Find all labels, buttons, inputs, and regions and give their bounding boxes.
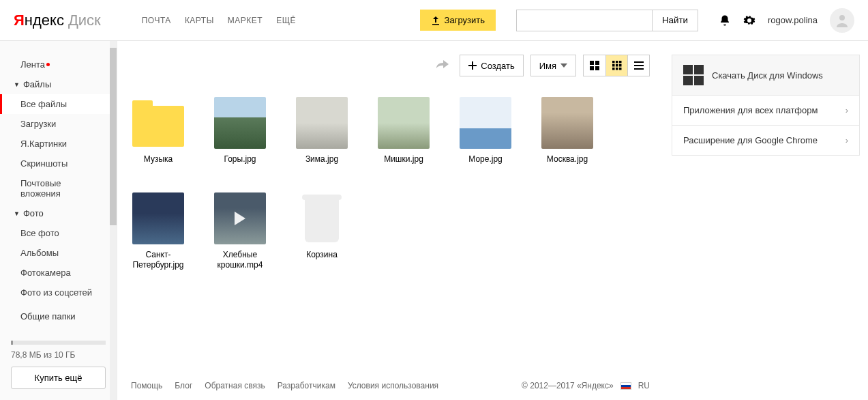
file-thumbnail bbox=[378, 97, 430, 149]
storage-bar bbox=[11, 341, 106, 345]
storage-text: 78,8 МБ из 10 ГБ bbox=[11, 350, 106, 360]
file-thumbnail bbox=[214, 97, 266, 149]
file-label: Музыка bbox=[131, 154, 185, 165]
chrome-extension-card[interactable]: Расширение для Google Chrome › bbox=[672, 125, 860, 156]
flag-ru-icon bbox=[620, 382, 631, 390]
file-item[interactable]: Хлебные крошки.mp4 bbox=[213, 192, 267, 271]
footer-lang[interactable]: RU bbox=[638, 381, 650, 390]
folder-icon bbox=[132, 97, 184, 149]
svg-rect-1 bbox=[590, 61, 594, 65]
sidebar-feed[interactable]: Лента bbox=[0, 55, 117, 74]
file-item[interactable]: Москва.jpg bbox=[540, 97, 595, 165]
file-item[interactable]: Санкт-Петербург.jpg bbox=[131, 192, 185, 271]
file-item[interactable]: Музыка bbox=[131, 97, 185, 165]
avatar-icon bbox=[834, 12, 850, 29]
file-item[interactable]: Мишки.jpg bbox=[376, 97, 431, 165]
svg-rect-7 bbox=[619, 61, 622, 63]
file-thumbnail bbox=[296, 97, 348, 149]
windows-icon bbox=[683, 65, 704, 85]
svg-rect-3 bbox=[590, 66, 594, 70]
sort-button[interactable]: Имя bbox=[530, 55, 576, 76]
gear-icon[interactable] bbox=[743, 14, 755, 27]
search-button[interactable]: Найти bbox=[653, 10, 698, 31]
upload-button[interactable]: Загрузить bbox=[420, 10, 496, 31]
logo[interactable]: Яндекс Диск bbox=[14, 12, 101, 29]
storage-fill bbox=[11, 341, 13, 345]
view-large-tiles[interactable] bbox=[584, 55, 605, 76]
sidebar-shared[interactable]: Общие папки bbox=[0, 306, 117, 326]
file-thumbnail bbox=[214, 192, 266, 244]
svg-rect-10 bbox=[619, 64, 622, 67]
footer-feedback[interactable]: Обратная связь bbox=[205, 381, 265, 390]
sidebar-all-photos[interactable]: Все фото bbox=[0, 223, 117, 243]
download-windows-card[interactable]: Скачать Диск для Windows bbox=[672, 55, 860, 96]
sidebar-all-files[interactable]: Все файлы bbox=[0, 94, 117, 114]
file-label: Горы.jpg bbox=[213, 154, 267, 165]
create-label: Создать bbox=[481, 61, 514, 71]
chevron-down-icon bbox=[560, 63, 567, 68]
footer-help[interactable]: Помощь bbox=[131, 381, 162, 390]
sidebar: Лента ▼Файлы Все файлы Загрузки Я.Картин… bbox=[0, 41, 117, 400]
svg-rect-2 bbox=[595, 61, 599, 65]
upload-label: Загрузить bbox=[445, 15, 485, 25]
logo-disk: Диск bbox=[68, 12, 101, 29]
sidebar-photo[interactable]: ▼Фото bbox=[0, 203, 117, 223]
share-icon[interactable] bbox=[436, 59, 450, 72]
footer-blog[interactable]: Блог bbox=[175, 381, 192, 390]
file-item[interactable]: Море.jpg bbox=[458, 97, 513, 165]
apps-label: Приложения для всех платформ bbox=[683, 105, 818, 115]
file-thumbnail bbox=[460, 97, 511, 149]
sidebar-screenshots[interactable]: Скриншоты bbox=[0, 154, 117, 173]
footer-developers[interactable]: Разработчикам bbox=[278, 381, 335, 390]
nav-maps[interactable]: КАРТЫ bbox=[185, 16, 214, 25]
sidebar-camera[interactable]: Фотокамера bbox=[0, 263, 117, 283]
sidebar-social-photos[interactable]: Фото из соцсетей bbox=[0, 283, 117, 302]
view-list[interactable] bbox=[627, 55, 649, 76]
right-panel: Скачать Диск для Windows Приложения для … bbox=[663, 41, 868, 400]
sidebar-scrollbar[interactable] bbox=[110, 41, 117, 400]
file-label: Хлебные крошки.mp4 bbox=[213, 250, 267, 271]
sidebar-mail-attach[interactable]: Почтовые вложения bbox=[0, 173, 117, 203]
sort-label: Имя bbox=[539, 61, 556, 71]
svg-rect-15 bbox=[634, 65, 644, 66]
file-item[interactable]: Горы.jpg bbox=[213, 97, 267, 165]
nav-mail[interactable]: ПОЧТА bbox=[142, 16, 171, 25]
bell-icon[interactable] bbox=[719, 14, 731, 27]
file-label: Мишки.jpg bbox=[376, 154, 431, 165]
toolbar: Создать Имя bbox=[131, 55, 650, 76]
avatar[interactable] bbox=[830, 8, 854, 33]
sidebar-scrollbar-thumb[interactable] bbox=[110, 48, 117, 225]
download-windows-label: Скачать Диск для Windows bbox=[712, 70, 823, 81]
svg-rect-11 bbox=[612, 68, 615, 70]
sidebar-ya-images[interactable]: Я.Картинки bbox=[0, 134, 117, 154]
buy-more-button[interactable]: Купить ещё bbox=[11, 367, 106, 389]
apps-all-platforms-card[interactable]: Приложения для всех платформ › bbox=[672, 95, 860, 126]
svg-rect-9 bbox=[616, 64, 618, 67]
svg-point-0 bbox=[839, 15, 845, 20]
header: Яндекс Диск ПОЧТА КАРТЫ МАРКЕТ ЕЩЁ Загру… bbox=[0, 0, 868, 41]
layout: Лента ▼Файлы Все файлы Загрузки Я.Картин… bbox=[0, 41, 868, 400]
footer-terms[interactable]: Условия использования bbox=[348, 381, 438, 390]
create-button[interactable]: Создать bbox=[460, 55, 523, 76]
notification-dot-icon bbox=[46, 63, 50, 66]
username[interactable]: rogow.polina bbox=[768, 15, 818, 25]
chevron-right-icon: › bbox=[845, 135, 848, 145]
search-box: Найти bbox=[516, 10, 698, 31]
nav-market[interactable]: МАРКЕТ bbox=[228, 16, 263, 25]
sidebar-downloads[interactable]: Загрузки bbox=[0, 114, 117, 134]
file-label: Москва.jpg bbox=[540, 154, 595, 165]
top-nav: ПОЧТА КАРТЫ МАРКЕТ ЕЩЁ bbox=[142, 16, 296, 25]
view-small-tiles[interactable] bbox=[605, 55, 627, 76]
file-label: Море.jpg bbox=[458, 154, 513, 165]
file-item[interactable]: Зима.jpg bbox=[295, 97, 349, 165]
footer-right: © 2012—2017 «Яндекс» RU bbox=[522, 381, 650, 390]
search-input[interactable] bbox=[516, 10, 653, 31]
upload-icon bbox=[431, 16, 440, 25]
caret-down-icon: ▼ bbox=[14, 210, 20, 217]
sidebar-files[interactable]: ▼Файлы bbox=[0, 74, 117, 94]
svg-rect-14 bbox=[634, 61, 644, 63]
svg-rect-12 bbox=[616, 68, 618, 70]
sidebar-albums[interactable]: Альбомы bbox=[0, 243, 117, 263]
nav-more[interactable]: ЕЩЁ bbox=[276, 16, 296, 25]
file-item[interactable]: Корзина bbox=[295, 192, 349, 271]
